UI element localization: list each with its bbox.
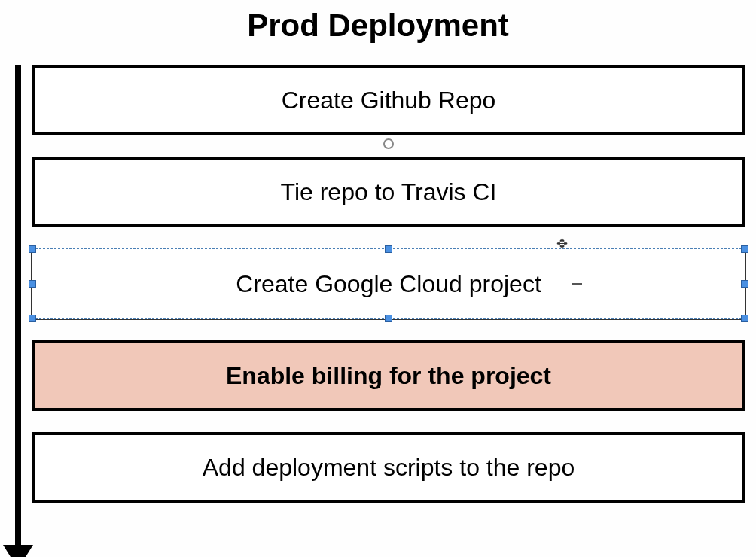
flow-diagram: Create Github Repo Tie repo to Travis CI…: [0, 65, 756, 503]
move-cursor-icon: ✥: [556, 236, 568, 252]
resize-handle-bottom-center[interactable]: [385, 315, 392, 322]
cursor-trail: [572, 283, 582, 285]
resize-handle-top-left[interactable]: [29, 245, 36, 253]
step-label: Enable billing for the project: [226, 362, 551, 390]
diagram-title: Prod Deployment: [0, 0, 756, 44]
resize-handle-middle-left[interactable]: [29, 280, 36, 288]
resize-handle-bottom-right[interactable]: [741, 315, 748, 322]
rotate-handle-icon[interactable]: [383, 138, 394, 149]
step-box-4[interactable]: Add deployment scripts to the repo: [32, 432, 745, 503]
step-box-0[interactable]: Create Github Repo: [32, 65, 745, 135]
step-box-2[interactable]: Create Google Cloud project ✥: [32, 248, 745, 319]
step-label: Tie repo to Travis CI: [281, 178, 497, 206]
resize-handle-top-right[interactable]: [741, 245, 748, 253]
step-label: Create Google Cloud project: [236, 270, 541, 298]
resize-handle-top-center[interactable]: [385, 245, 392, 253]
step-label: Create Github Repo: [282, 87, 496, 114]
step-box-3[interactable]: Enable billing for the project: [32, 340, 745, 411]
flow-arrow: [15, 65, 21, 546]
step-label: Add deployment scripts to the repo: [203, 454, 575, 482]
resize-handle-bottom-left[interactable]: [29, 315, 36, 322]
steps-container: Create Github Repo Tie repo to Travis CI…: [32, 65, 745, 503]
resize-handle-middle-right[interactable]: [741, 280, 748, 288]
step-box-1[interactable]: Tie repo to Travis CI: [32, 157, 745, 227]
